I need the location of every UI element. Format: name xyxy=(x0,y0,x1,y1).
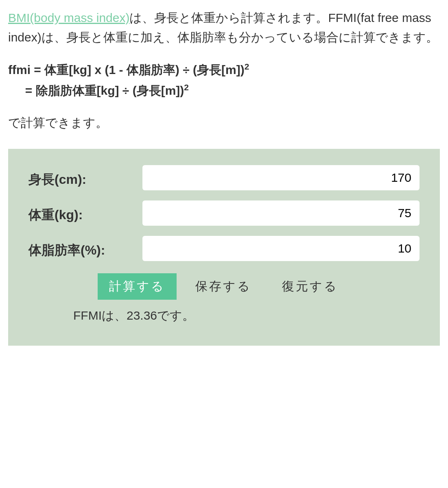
weight-row: 体重(kg): xyxy=(28,200,420,226)
save-button[interactable]: 保存する xyxy=(184,273,263,300)
bodyfat-row: 体脂肪率(%): xyxy=(28,236,420,261)
button-row: 計算する 保存する 復元する xyxy=(28,273,420,300)
weight-label: 体重(kg): xyxy=(28,200,142,225)
bodyfat-input[interactable] xyxy=(142,236,420,261)
formula-sup1: 2 xyxy=(245,62,249,71)
desc2: で計算できます。 xyxy=(8,113,440,133)
weight-input[interactable] xyxy=(142,200,420,226)
height-label: 身長(cm): xyxy=(28,165,142,190)
formula-sup2: 2 xyxy=(184,83,189,92)
intro-paragraph: BMI(body mass index)は、身長と体重から計算されます。FFMI… xyxy=(8,8,440,47)
formula-line2: = 除脂肪体重[kg] ÷ (身長[m]) xyxy=(8,84,184,97)
height-row: 身長(cm): xyxy=(28,165,420,190)
restore-button[interactable]: 復元する xyxy=(271,273,350,300)
height-input[interactable] xyxy=(142,165,420,190)
bodyfat-label: 体脂肪率(%): xyxy=(28,236,142,261)
ffmi-formula: ffmi = 体重[kg] x (1 - 体脂肪率) ÷ (身長[m])2 = … xyxy=(8,59,440,101)
calculate-button[interactable]: 計算する xyxy=(98,273,177,300)
result-text: FFMIは、23.36です。 xyxy=(28,306,420,325)
formula-line1: ffmi = 体重[kg] x (1 - 体脂肪率) ÷ (身長[m]) xyxy=(8,63,245,76)
calculator-panel: 身長(cm): 体重(kg): 体脂肪率(%): 計算する 保存する 復元する … xyxy=(8,149,440,346)
bmi-link[interactable]: BMI(body mass index) xyxy=(8,11,129,24)
